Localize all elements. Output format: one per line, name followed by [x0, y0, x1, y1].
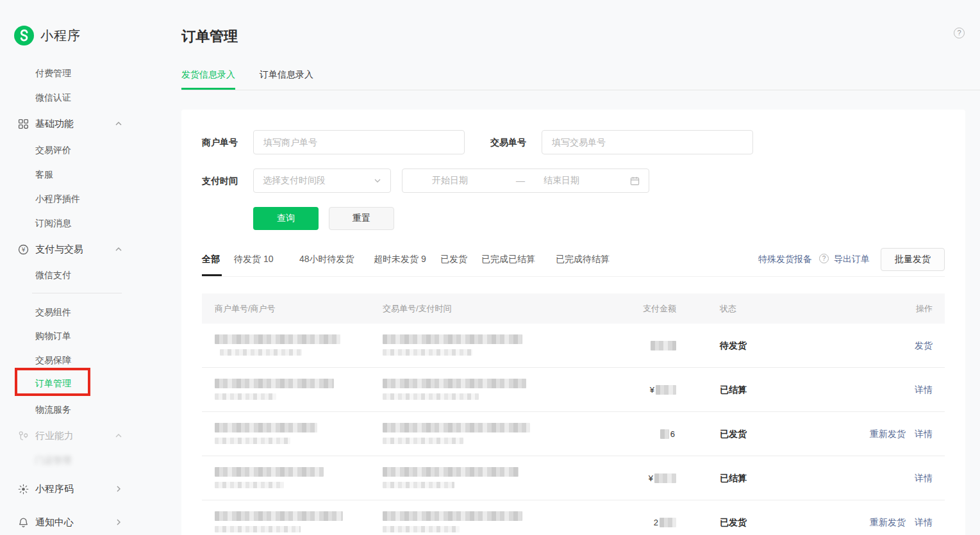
special-shipping-report-link[interactable]: 特殊发货报备 [758, 252, 812, 266]
special-report-help-icon[interactable]: ? [819, 254, 829, 263]
amount-fragment: 2 [654, 518, 658, 527]
app-title: 小程序 [40, 27, 81, 44]
sidebar-item-order-management[interactable]: 订单管理 [35, 376, 71, 390]
status-tab-done-settled[interactable]: 已完成已结算 [481, 252, 535, 266]
sidebar-item-wechat-pay[interactable]: 微信支付 [35, 268, 71, 282]
table-row: 2 已发货 重新发货 详情 [202, 500, 945, 535]
export-orders-link[interactable]: 导出订单 [834, 252, 870, 266]
redacted-trade-id [383, 511, 522, 532]
chevron-right-icon[interactable] [114, 484, 123, 493]
batch-ship-button[interactable]: 批量发货 [881, 248, 945, 271]
row-actions: 发货 [843, 324, 933, 368]
sidebar-item-plugins[interactable]: 小程序插件 [35, 192, 80, 206]
order-status: 已发货 [720, 500, 747, 535]
col-merchant-no: 商户单号/商户号 [215, 293, 276, 324]
page-help-icon[interactable]: ? [954, 28, 965, 38]
sidebar-item-trade-guarantee[interactable]: 交易保障 [35, 353, 71, 367]
tab-order-info-entry[interactable]: 订单信息录入 [260, 69, 313, 81]
sidebar-item-shopping-orders[interactable]: 购物订单 [35, 329, 71, 343]
sidebar-item-customer-service[interactable]: 客服 [35, 167, 53, 181]
order-status: 待发货 [720, 324, 747, 368]
redacted-merchant-id [215, 423, 317, 444]
sidebar-item-trade-component[interactable]: 交易组件 [35, 305, 71, 319]
status-tab-pending-ship[interactable]: 待发货 10 [234, 252, 273, 266]
industry-icon [18, 431, 29, 441]
col-trade-no: 交易单号/支付时间 [383, 293, 452, 324]
sidebar-item-wechat-verification[interactable]: 微信认证 [35, 90, 71, 104]
sidebar-group-label: 小程序码 [35, 482, 74, 496]
date-start-placeholder: 开始日期 [411, 175, 508, 186]
sidebar-group-notification-center[interactable]: 通知中心 [18, 515, 74, 529]
detail-link[interactable]: 详情 [915, 384, 933, 396]
tab-shipping-info-entry[interactable]: 发货信息录入 [181, 69, 235, 81]
calendar-icon [630, 176, 640, 186]
sidebar-group-label: 支付与交易 [35, 242, 83, 256]
chevron-up-icon[interactable] [114, 119, 123, 128]
row-actions: 详情 [843, 368, 933, 412]
redacted-merchant-id [215, 379, 334, 400]
amount-fragment: 6 [670, 429, 675, 439]
sidebar: 小程序 付费管理 微信认证 基础功能 交易评价 客服 小程序插件 订阅消息 ¥ … [0, 0, 160, 535]
sidebar-group-payment-trade[interactable]: ¥ 支付与交易 [18, 242, 83, 256]
sidebar-item-logistics-service[interactable]: 物流服务 [35, 402, 71, 416]
date-separator: — [508, 176, 533, 186]
col-amount: 支付金额 [593, 293, 676, 324]
sidebar-group-label: 行业能力 [35, 429, 74, 443]
status-tab-overdue[interactable]: 超时未发货 9 [374, 252, 426, 266]
redacted-trade-id [383, 423, 530, 444]
payment-amount [593, 324, 676, 368]
order-status: 已结算 [720, 456, 747, 500]
chevron-down-icon [374, 177, 381, 185]
yen-circle-icon: ¥ [18, 244, 29, 255]
pay-time-select[interactable]: 选择支付时间段 [253, 169, 391, 193]
miniprogram-logo-icon [14, 26, 34, 45]
header-divider [181, 90, 980, 90]
sidebar-group-industry-ability[interactable]: 行业能力 [18, 429, 74, 443]
grid-icon [18, 119, 29, 129]
page-title: 订单管理 [181, 27, 238, 46]
status-tab-strip-line [202, 276, 945, 277]
payment-amount: ¥ [593, 456, 676, 500]
detail-link[interactable]: 详情 [915, 429, 933, 440]
sidebar-item-trade-review[interactable]: 交易评价 [35, 143, 71, 157]
search-button[interactable]: 查询 [253, 207, 319, 230]
status-tab-done-unsettled[interactable]: 已完成待结算 [556, 252, 610, 266]
content-card: 商户单号 交易单号 支付时间 选择支付时间段 开始日期 — 结束日期 查询 重置… [181, 110, 965, 535]
order-status: 已发货 [720, 412, 747, 456]
payment-amount: 2 [593, 500, 676, 535]
merchant-no-input[interactable] [253, 130, 465, 154]
sidebar-item-paid-management[interactable]: 付费管理 [35, 66, 71, 80]
date-range-input[interactable]: 开始日期 — 结束日期 [402, 169, 649, 193]
sidebar-group-label: 通知中心 [35, 515, 74, 529]
table-row: 6 已发货 重新发货 详情 [202, 412, 945, 456]
pay-time-label: 支付时间 [202, 169, 238, 193]
ship-link[interactable]: 发货 [915, 340, 933, 352]
reset-button[interactable]: 重置 [329, 207, 394, 230]
sidebar-group-basic-functions[interactable]: 基础功能 [18, 117, 74, 131]
merchant-no-label: 商户单号 [202, 130, 238, 154]
detail-link[interactable]: 详情 [915, 517, 933, 529]
chevron-up-icon[interactable] [114, 431, 123, 440]
table-header: 商户单号/商户号 交易单号/支付时间 支付金额 状态 操作 [202, 293, 945, 324]
sidebar-item-subscribe-message[interactable]: 订阅消息 [35, 216, 71, 230]
status-tab-48h-pending[interactable]: 48小时待发货 [299, 252, 354, 266]
chevron-up-icon[interactable] [114, 245, 123, 254]
redacted-trade-id [383, 467, 519, 488]
sidebar-item-blurred: 门店管理 [35, 453, 71, 467]
col-status: 状态 [720, 293, 736, 324]
order-management-screen: 小程序 付费管理 微信认证 基础功能 交易评价 客服 小程序插件 订阅消息 ¥ … [0, 0, 980, 535]
trade-no-input[interactable] [542, 130, 753, 154]
sidebar-divider [32, 293, 122, 293]
detail-link[interactable]: 详情 [915, 473, 933, 484]
redacted-trade-id [383, 334, 522, 356]
redacted-merchant-id [215, 467, 324, 488]
status-tab-shipped[interactable]: 已发货 [440, 252, 467, 266]
table-row: ¥ 已结算 详情 [202, 368, 945, 412]
table-row: 待发货 发货 [202, 324, 945, 368]
reship-link[interactable]: 重新发货 [870, 429, 906, 440]
chevron-right-icon[interactable] [114, 518, 123, 527]
sidebar-group-miniprogram-code[interactable]: 小程序码 [18, 482, 74, 496]
reship-link[interactable]: 重新发货 [870, 517, 906, 529]
row-actions: 详情 [843, 456, 933, 500]
status-tab-all[interactable]: 全部 [202, 252, 220, 266]
